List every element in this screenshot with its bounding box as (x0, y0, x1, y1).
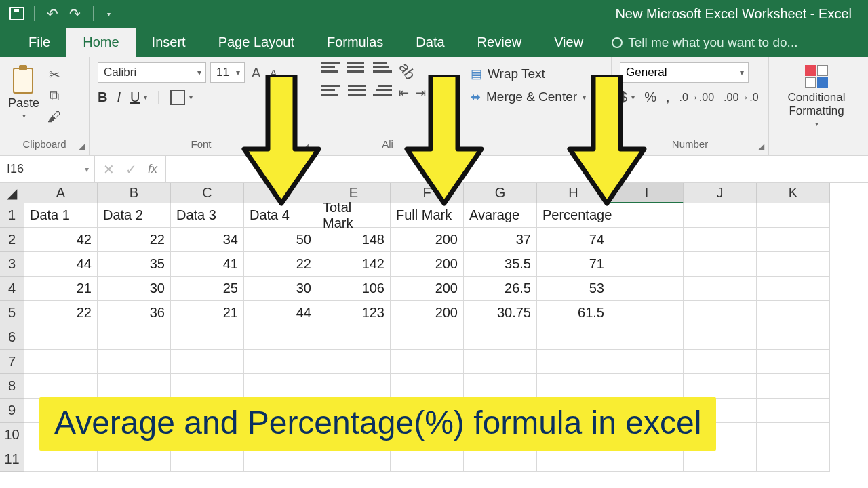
cell-G6[interactable] (464, 325, 537, 350)
cell-H8[interactable] (537, 374, 610, 399)
increase-font-icon[interactable]: A (249, 65, 263, 81)
cell-E4[interactable]: 106 (317, 277, 391, 301)
column-header-A[interactable]: A (24, 183, 98, 203)
cell-E3[interactable]: 142 (317, 252, 391, 277)
font-dialog-launcher-icon[interactable]: ◢ (302, 142, 309, 151)
cell-H7[interactable] (537, 350, 610, 374)
cell-D2[interactable]: 50 (244, 228, 317, 252)
cell-J1[interactable] (684, 203, 757, 228)
column-header-B[interactable]: B (98, 183, 171, 203)
cell-F6[interactable] (391, 325, 464, 350)
cell-H5[interactable]: 61.5 (537, 301, 610, 325)
cell-D8[interactable] (244, 374, 317, 399)
cell-K4[interactable] (757, 277, 830, 301)
tab-page-layout[interactable]: Page Layout (202, 28, 311, 57)
cell-J6[interactable] (684, 325, 757, 350)
cell-B5[interactable]: 36 (98, 301, 171, 325)
cell-K6[interactable] (757, 325, 830, 350)
align-right-icon[interactable] (373, 85, 392, 100)
align-middle-icon[interactable] (347, 62, 366, 80)
cell-D4[interactable]: 30 (244, 277, 317, 301)
cell-I6[interactable] (610, 325, 684, 350)
cell-C4[interactable]: 25 (171, 277, 244, 301)
number-format-select[interactable]: General (620, 62, 749, 83)
column-header-D[interactable]: D (244, 183, 317, 203)
decrease-decimal-icon[interactable]: .00→.0 (724, 92, 759, 104)
row-header-3[interactable]: 3 (0, 252, 24, 277)
cell-I11[interactable] (610, 447, 684, 472)
underline-button[interactable]: U (130, 89, 140, 105)
cell-G5[interactable]: 30.75 (464, 301, 537, 325)
increase-decimal-icon[interactable]: .0→.00 (679, 92, 714, 104)
cell-B2[interactable]: 22 (98, 228, 171, 252)
row-header-2[interactable]: 2 (0, 228, 24, 252)
cell-B4[interactable]: 30 (98, 277, 171, 301)
column-header-C[interactable]: C (171, 183, 244, 203)
align-bottom-icon[interactable] (373, 62, 392, 80)
decrease-font-icon[interactable]: A (267, 67, 279, 79)
cell-D6[interactable] (244, 325, 317, 350)
conditional-formatting-button[interactable]: Conditional Formatting ▾ (777, 62, 856, 127)
column-header-F[interactable]: F (391, 183, 464, 203)
cell-D5[interactable]: 44 (244, 301, 317, 325)
cell-B7[interactable] (98, 350, 171, 374)
cell-K8[interactable] (757, 374, 830, 399)
cancel-formula-icon[interactable]: ✕ (103, 161, 115, 178)
tab-view[interactable]: View (538, 28, 599, 57)
borders-icon[interactable] (170, 90, 185, 105)
column-header-G[interactable]: G (464, 183, 537, 203)
tab-data[interactable]: Data (399, 28, 460, 57)
cell-E7[interactable] (317, 350, 391, 374)
row-header-1[interactable]: 1 (0, 203, 24, 228)
decrease-indent-icon[interactable]: ⇤ (399, 85, 409, 100)
cell-F11[interactable] (391, 447, 464, 472)
cell-K7[interactable] (757, 350, 830, 374)
cell-F2[interactable]: 200 (391, 228, 464, 252)
column-header-H[interactable]: H (537, 183, 610, 203)
tab-file[interactable]: File (12, 28, 66, 57)
tab-formulas[interactable]: Formulas (311, 28, 399, 57)
cell-J7[interactable] (684, 350, 757, 374)
tab-insert[interactable]: Insert (136, 28, 202, 57)
cell-I3[interactable] (610, 252, 684, 277)
row-header-4[interactable]: 4 (0, 277, 24, 301)
cell-A1[interactable]: Data 1 (24, 203, 98, 228)
borders-more-icon[interactable]: ▾ (189, 94, 193, 101)
save-icon[interactable] (9, 7, 24, 20)
cell-I8[interactable] (610, 374, 684, 399)
cell-F5[interactable]: 200 (391, 301, 464, 325)
number-dialog-launcher-icon[interactable]: ◢ (758, 142, 764, 151)
accounting-format-icon[interactable]: $ (620, 89, 627, 105)
enter-formula-icon[interactable]: ✓ (125, 161, 137, 178)
row-header-8[interactable]: 8 (0, 374, 24, 399)
orientation-icon[interactable]: ab (395, 60, 419, 83)
row-header-11[interactable]: 11 (0, 447, 24, 472)
redo-icon[interactable]: ↷ (66, 5, 83, 22)
cell-H1[interactable]: Percentage (537, 203, 610, 228)
cell-C3[interactable]: 41 (171, 252, 244, 277)
align-left-icon[interactable] (321, 85, 340, 100)
cell-H11[interactable] (537, 447, 610, 472)
row-header-10[interactable]: 10 (0, 423, 24, 447)
cell-C7[interactable] (171, 350, 244, 374)
insert-function-icon[interactable]: fx (148, 162, 157, 176)
select-all-corner[interactable]: ◢ (0, 183, 24, 203)
cell-I5[interactable] (610, 301, 684, 325)
cell-F3[interactable]: 200 (391, 252, 464, 277)
cell-G8[interactable] (464, 374, 537, 399)
format-painter-icon[interactable]: 🖌 (46, 109, 62, 125)
cell-D11[interactable] (244, 447, 317, 472)
row-header-6[interactable]: 6 (0, 325, 24, 350)
cell-A5[interactable]: 22 (24, 301, 98, 325)
cell-A6[interactable] (24, 325, 98, 350)
row-header-5[interactable]: 5 (0, 301, 24, 325)
cell-E1[interactable]: Total Mark (317, 203, 391, 228)
cell-F4[interactable]: 200 (391, 277, 464, 301)
cell-D3[interactable]: 22 (244, 252, 317, 277)
cell-E6[interactable] (317, 325, 391, 350)
clipboard-dialog-launcher-icon[interactable]: ◢ (79, 142, 85, 151)
cell-B1[interactable]: Data 2 (98, 203, 171, 228)
cell-H3[interactable]: 71 (537, 252, 610, 277)
cell-A7[interactable] (24, 350, 98, 374)
cell-K2[interactable] (757, 228, 830, 252)
